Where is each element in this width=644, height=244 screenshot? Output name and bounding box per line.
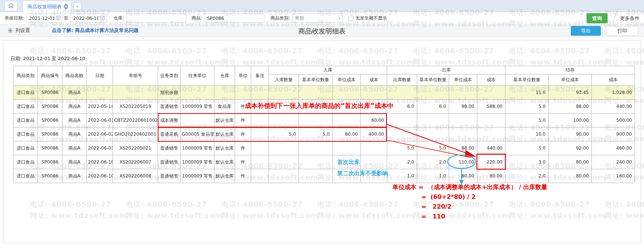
column-settings-button[interactable]: 列设置	[8, 27, 30, 34]
cell	[387, 86, 417, 100]
cell	[269, 155, 299, 169]
tab-report[interactable]: 商品收发明细表 ✕	[23, 1, 71, 12]
cell: 440.00	[592, 100, 635, 114]
cell: 普通销售	[158, 169, 181, 183]
col-header: 基本单位数量	[417, 74, 449, 86]
cell: SP0086	[38, 100, 62, 114]
tab-dropdown-button[interactable]: ▾	[74, 3, 81, 10]
col-header: 单位成本	[549, 74, 592, 86]
column-settings-label: 列设置	[15, 27, 30, 34]
table-row[interactable]: 进口食品SP0086商品A2022-06-03XS202205021普通销售10…	[14, 141, 635, 155]
col-header: 单位成本	[333, 74, 361, 86]
no-activity-filter: 无发生额不显示	[348, 15, 387, 21]
cell: 进口食品	[14, 114, 38, 127]
table-row[interactable]: 进口食品SP0086商品A2022-06-10XS202206008普通销售10…	[14, 169, 635, 183]
col-header: 备注	[251, 66, 269, 86]
product-input[interactable]	[207, 16, 258, 21]
table-row[interactable]: 进口食品SP0086商品A期初余额11.093.451,028.00	[14, 86, 635, 100]
cell	[269, 141, 299, 155]
category-select[interactable]: 类别 ▾	[292, 14, 343, 23]
warehouse-input[interactable]	[129, 16, 179, 21]
cell	[449, 127, 477, 141]
cell: 60.00	[361, 114, 387, 127]
print-button[interactable]: 打印	[606, 26, 638, 36]
page-title: 商品收发明细表	[299, 27, 346, 36]
cell	[269, 114, 299, 127]
export-button[interactable]: 导出	[571, 26, 601, 36]
cell: 80.00	[477, 169, 505, 183]
query-button[interactable]: 查询	[587, 13, 608, 23]
cell: 110.00	[449, 155, 477, 169]
table-row[interactable]: 进口食品SP0086商品A2022-06-02GHD20220602001普通采…	[14, 127, 635, 141]
cell: 进口食品	[14, 141, 38, 155]
cell: 88.00	[449, 141, 477, 155]
warehouse-field[interactable]: ···	[126, 14, 186, 23]
col-header: 往来单位	[181, 66, 214, 86]
cell: 默认仓库	[214, 155, 235, 169]
date-from-field[interactable]	[26, 14, 62, 23]
cell: 件	[235, 169, 251, 183]
calendar-icon[interactable]	[56, 15, 60, 21]
cell	[214, 86, 235, 100]
col-header: 基本单位数量	[505, 74, 549, 86]
cell: 2022-06-03	[87, 141, 113, 155]
cell: 160.00	[592, 169, 635, 183]
no-activity-checkbox[interactable]	[348, 16, 353, 21]
cell: 默认仓库	[214, 127, 235, 141]
cell: 588.00	[477, 100, 505, 114]
cell: 商品A	[62, 141, 87, 155]
cell	[361, 169, 387, 183]
more-conditions-link[interactable]: 更多条件	[620, 15, 639, 22]
cell: SP0086	[38, 155, 62, 169]
cell: 2.0	[505, 169, 549, 183]
cell	[251, 169, 269, 183]
table-row[interactable]: 进口食品SP0086商品A2022-05-14XS202205019普通销售10…	[14, 100, 635, 114]
cell: GHD20220602001	[113, 127, 158, 141]
home-icon	[8, 3, 14, 10]
cell: 件	[235, 100, 251, 114]
cell: 件	[235, 141, 251, 155]
close-icon[interactable]: ✕	[64, 4, 68, 9]
cell: 2022-06-02	[87, 127, 113, 141]
col-header: 单位	[235, 66, 251, 86]
table-row[interactable]: 进口食品SP0086商品A2022-06-10XS202206007普通销售10…	[14, 155, 635, 169]
chevron-down-icon: ▾	[77, 5, 78, 8]
to-label: 至	[64, 15, 68, 21]
product-label: 商品:	[192, 15, 202, 21]
cell: 6.0	[387, 100, 417, 114]
product-field[interactable]: ···	[204, 14, 264, 23]
cell: 900.00	[592, 127, 635, 141]
cell	[333, 86, 361, 100]
cell	[477, 114, 505, 127]
cell	[299, 86, 333, 100]
cell: 默认仓库	[214, 114, 235, 127]
calendar-icon[interactable]	[100, 15, 105, 21]
cell: 5.0	[505, 141, 549, 155]
date-to-field[interactable]	[71, 14, 107, 23]
cell: 92.00	[549, 141, 592, 155]
col-header: 商品类别	[14, 66, 38, 86]
chevron-down-icon: ▾	[339, 17, 341, 20]
ellipsis-icon[interactable]: ···	[259, 16, 263, 21]
cell: XS202205021	[113, 141, 158, 155]
cell: 90.00	[549, 127, 592, 141]
cell: 1.0	[417, 169, 449, 183]
cell: 成本调整	[158, 114, 181, 127]
date-from-input[interactable]	[29, 16, 54, 21]
cell: 期初余额	[158, 86, 181, 100]
col-header: 入库数量	[269, 74, 299, 86]
divider	[612, 11, 617, 26]
cell: CBTZ20220601002	[113, 114, 158, 127]
table-row[interactable]: 进口食品SP0086商品A2022-06-01CBTZ20220601002成本…	[14, 114, 635, 127]
cell	[417, 127, 449, 141]
col-header: 基本单位数量	[299, 74, 333, 86]
ellipsis-icon[interactable]: ···	[181, 16, 185, 21]
cell	[269, 86, 299, 100]
cell	[387, 114, 417, 127]
home-button[interactable]	[5, 1, 17, 11]
cell: 进口食品	[14, 169, 38, 183]
cell	[299, 141, 333, 155]
cost-help-link[interactable]: 点击了解: 商品成本计算方法及常见问题	[52, 27, 139, 34]
date-to-input[interactable]	[73, 16, 99, 21]
cell	[449, 114, 477, 127]
